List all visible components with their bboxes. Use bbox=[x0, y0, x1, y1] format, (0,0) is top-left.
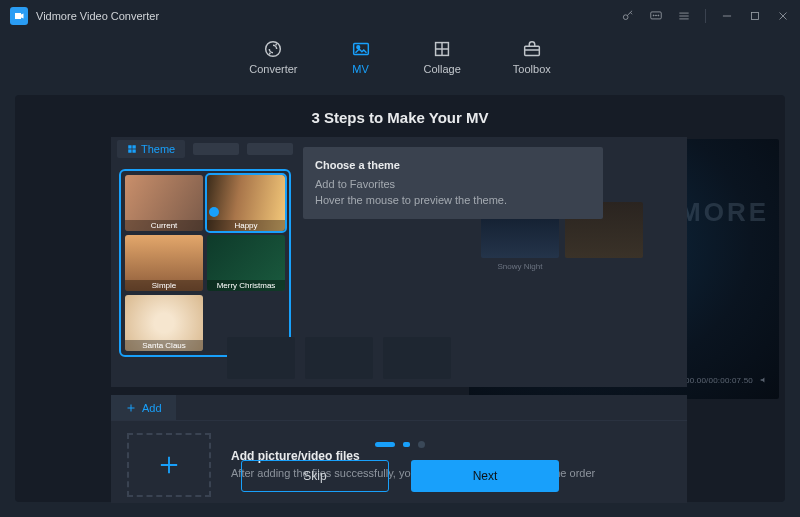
menu-icon[interactable] bbox=[677, 9, 691, 23]
titlebar: Vidmore Video Converter bbox=[0, 0, 800, 32]
theme-simple[interactable]: Simple bbox=[125, 235, 203, 291]
theme-grid: Current Happy Simple Merry Christmas San… bbox=[125, 175, 285, 351]
theme-caption: Snowy Night bbox=[481, 262, 559, 271]
plus-icon bbox=[155, 451, 183, 479]
theme-caption: Current bbox=[125, 220, 203, 231]
svg-point-3 bbox=[656, 15, 657, 16]
step-dot[interactable] bbox=[418, 441, 425, 448]
theme-panel: Theme Current Happy Simple Merry Christm… bbox=[111, 137, 687, 387]
nav-converter[interactable]: Converter bbox=[249, 38, 297, 75]
svg-point-4 bbox=[658, 15, 659, 16]
theme-caption: Happy bbox=[207, 220, 285, 231]
tab-placeholder[interactable] bbox=[193, 143, 239, 155]
plus-icon bbox=[125, 402, 137, 414]
tab-placeholder[interactable] bbox=[247, 143, 293, 155]
onboarding-stage: 3 Steps to Make Your MV DMORE 00:00:00.0… bbox=[15, 95, 785, 502]
tab-theme[interactable]: Theme bbox=[117, 140, 185, 158]
feedback-icon[interactable] bbox=[649, 9, 663, 23]
svg-rect-14 bbox=[132, 149, 135, 152]
svg-rect-11 bbox=[128, 145, 131, 148]
bottom-buttons: Skip Next bbox=[241, 460, 559, 492]
svg-rect-5 bbox=[752, 13, 759, 20]
theme-current[interactable]: Current bbox=[125, 175, 203, 231]
stage-title: 3 Steps to Make Your MV bbox=[15, 109, 785, 126]
theme-merry-christmas[interactable]: Merry Christmas bbox=[207, 235, 285, 291]
theme-happy[interactable]: Happy bbox=[207, 175, 285, 231]
step-dot[interactable] bbox=[375, 442, 395, 447]
top-nav: Converter MV Collage Toolbox bbox=[0, 32, 800, 87]
next-button[interactable]: Next bbox=[411, 460, 559, 492]
theme-tooltip: Choose a theme Add to Favorites Hover th… bbox=[303, 147, 603, 219]
key-icon[interactable] bbox=[621, 9, 635, 23]
theme-santa-claus[interactable]: Santa Claus bbox=[125, 295, 203, 351]
app-title: Vidmore Video Converter bbox=[36, 10, 159, 22]
nav-mv[interactable]: MV bbox=[350, 38, 372, 75]
theme-item[interactable] bbox=[383, 337, 451, 379]
nav-toolbox[interactable]: Toolbox bbox=[513, 38, 551, 75]
titlebar-right bbox=[621, 9, 790, 23]
svg-point-0 bbox=[623, 15, 628, 20]
app-logo-icon bbox=[10, 7, 28, 25]
add-header: Add bbox=[111, 395, 687, 421]
divider bbox=[705, 9, 706, 23]
theme-caption: Santa Claus bbox=[125, 340, 203, 351]
step-dots bbox=[375, 441, 425, 448]
close-icon[interactable] bbox=[776, 9, 790, 23]
tooltip-title: Choose a theme bbox=[315, 157, 591, 174]
step-dot[interactable] bbox=[403, 442, 410, 447]
collage-icon bbox=[431, 38, 453, 60]
maximize-icon[interactable] bbox=[748, 9, 762, 23]
converter-icon bbox=[262, 38, 284, 60]
volume-icon[interactable] bbox=[759, 375, 769, 385]
theme-caption: Simple bbox=[125, 280, 203, 291]
nav-label: Converter bbox=[249, 63, 297, 75]
theme-item[interactable] bbox=[305, 337, 373, 379]
button-label: Next bbox=[473, 469, 498, 483]
theme-dim-row bbox=[227, 337, 451, 379]
theme-item[interactable] bbox=[227, 337, 295, 379]
theme-caption: Merry Christmas bbox=[207, 280, 285, 291]
grid-icon bbox=[127, 144, 137, 154]
tooltip-line: Add to Favorites bbox=[315, 176, 591, 193]
svg-point-6 bbox=[266, 42, 281, 57]
button-label: Skip bbox=[303, 469, 326, 483]
nav-label: Toolbox bbox=[513, 63, 551, 75]
svg-point-2 bbox=[653, 15, 654, 16]
titlebar-left: Vidmore Video Converter bbox=[10, 7, 159, 25]
nav-collage[interactable]: Collage bbox=[424, 38, 461, 75]
svg-rect-13 bbox=[128, 149, 131, 152]
add-label: Add bbox=[142, 402, 162, 414]
nav-label: MV bbox=[352, 63, 369, 75]
mv-icon bbox=[350, 38, 372, 60]
tooltip-line: Hover the mouse to preview the theme. bbox=[315, 192, 591, 209]
svg-rect-10 bbox=[524, 46, 539, 55]
minimize-icon[interactable] bbox=[720, 9, 734, 23]
add-button[interactable]: Add bbox=[111, 395, 176, 420]
nav-label: Collage bbox=[424, 63, 461, 75]
tab-label: Theme bbox=[141, 143, 175, 155]
toolbox-icon bbox=[521, 38, 543, 60]
dropzone[interactable] bbox=[127, 433, 211, 497]
svg-rect-12 bbox=[132, 145, 135, 148]
theme-grid-highlight: Current Happy Simple Merry Christmas San… bbox=[119, 169, 291, 357]
skip-button[interactable]: Skip bbox=[241, 460, 389, 492]
